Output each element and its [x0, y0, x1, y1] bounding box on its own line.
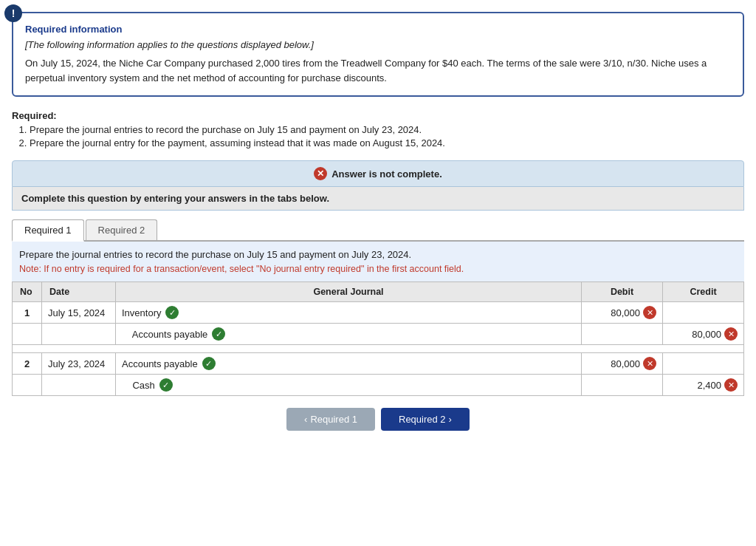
next-button-label: Required 2 — [399, 414, 446, 425]
entry-date: July 23, 2024 — [42, 353, 116, 375]
complete-instruction: Complete this question by entering your … — [12, 187, 744, 211]
entry-credit[interactable]: 80,000✕ — [663, 324, 744, 345]
required-item-1: Prepare the journal entries to record th… — [30, 124, 744, 135]
entry-debit[interactable] — [582, 324, 663, 345]
prev-button[interactable]: ‹ Required 1 — [286, 408, 375, 431]
prev-button-label: Required 1 — [310, 414, 357, 425]
info-box-subtitle: [The following information applies to th… — [25, 39, 731, 50]
table-row: 2July 23, 2024Accounts payable✓80,000✕ — [13, 353, 744, 375]
check-icon: ✓ — [202, 357, 216, 370]
table-instruction-note: Note: If no entry is required for a tran… — [19, 262, 737, 276]
table-instruction: Prepare the journal entries to record th… — [12, 242, 744, 281]
required-label: Required: — [12, 110, 57, 121]
error-icon: ✕ — [724, 378, 738, 392]
col-header-journal: General Journal — [116, 282, 582, 302]
table-row: Accounts payable✓80,000✕ — [13, 324, 744, 345]
entry-no — [13, 324, 42, 345]
tab-required-1[interactable]: Required 1 — [12, 219, 84, 242]
info-box-body: On July 15, 2024, the Niche Car Company … — [25, 56, 731, 85]
table-row: 1July 15, 2024Inventory✓80,000✕ — [13, 302, 744, 324]
tab-required-2[interactable]: Required 2 — [86, 219, 158, 240]
entry-no: 1 — [13, 302, 42, 324]
entry-debit[interactable]: 80,000✕ — [582, 302, 663, 324]
next-arrow-icon: › — [449, 414, 452, 425]
entry-debit[interactable] — [582, 375, 663, 396]
check-icon: ✓ — [212, 327, 225, 341]
info-box-title: Required information — [25, 24, 731, 35]
entry-no — [13, 375, 42, 396]
entry-credit[interactable]: 2,400✕ — [663, 375, 744, 396]
entry-credit[interactable] — [663, 302, 744, 324]
check-icon: ✓ — [165, 306, 179, 319]
tabs-container: Required 1 Required 2 — [12, 219, 744, 242]
prev-arrow-icon: ‹ — [304, 414, 307, 425]
col-header-debit: Debit — [582, 282, 663, 302]
answer-status-text: Answer is not complete. — [331, 168, 442, 180]
entry-no: 2 — [13, 353, 42, 375]
entry-account[interactable]: Accounts payable✓ — [116, 353, 582, 375]
check-icon: ✓ — [159, 378, 173, 392]
col-header-no: No — [13, 282, 42, 302]
required-item-2: Prepare the journal entry for the paymen… — [30, 137, 744, 149]
entry-debit[interactable]: 80,000✕ — [582, 353, 663, 375]
entry-date — [42, 324, 116, 345]
required-list: Prepare the journal entries to record th… — [30, 124, 744, 149]
required-section: Required: Prepare the journal entries to… — [12, 110, 744, 149]
col-header-credit: Credit — [663, 282, 744, 302]
error-icon: ✕ — [643, 306, 656, 319]
entry-date — [42, 375, 116, 396]
journal-table: No Date General Journal Debit Credit 1Ju… — [12, 281, 744, 396]
next-button[interactable]: Required 2 › — [381, 408, 470, 431]
entry-account[interactable]: Inventory✓ — [116, 302, 582, 324]
entry-date: July 15, 2024 — [42, 302, 116, 324]
col-header-date: Date — [42, 282, 116, 302]
entry-account[interactable]: Cash✓ — [116, 375, 582, 396]
table-row: Cash✓2,400✕ — [13, 375, 744, 396]
spacer-row — [13, 345, 744, 353]
table-section: Prepare the journal entries to record th… — [12, 242, 744, 396]
not-complete-icon: ✕ — [314, 167, 327, 180]
info-box: ! Required information [The following in… — [12, 12, 744, 97]
alert-icon: ! — [4, 4, 22, 22]
table-instruction-main: Prepare the journal entries to record th… — [19, 248, 737, 262]
entry-credit[interactable] — [663, 353, 744, 375]
answer-status-bar: ✕ Answer is not complete. — [12, 160, 744, 187]
entry-account[interactable]: Accounts payable✓ — [116, 324, 582, 345]
bottom-nav: ‹ Required 1 Required 2 › — [12, 408, 744, 431]
error-icon: ✕ — [724, 327, 738, 341]
error-icon: ✕ — [643, 357, 656, 370]
